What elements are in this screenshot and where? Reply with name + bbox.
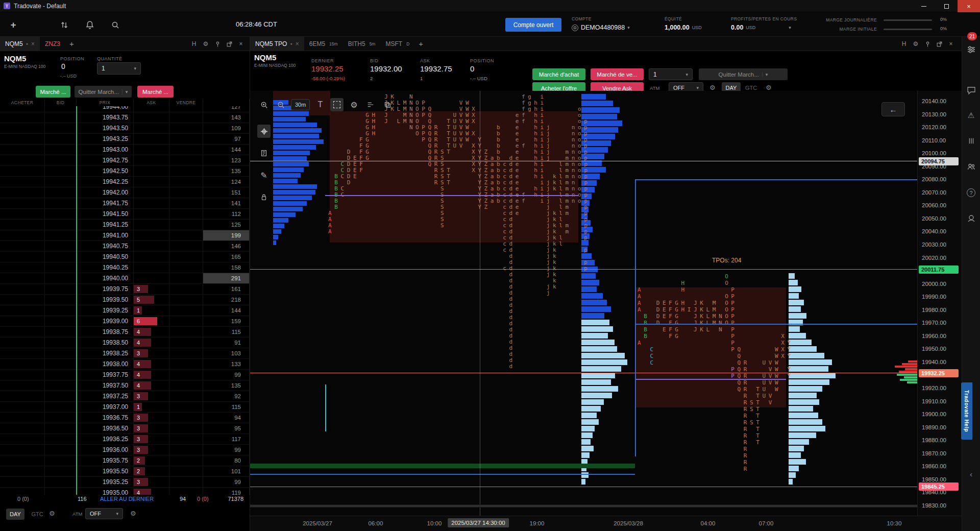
account-selector[interactable]: DEMO4480988 ▾	[572, 24, 630, 31]
bid-cell[interactable]	[45, 337, 77, 348]
ask-cell[interactable]: 3	[134, 423, 169, 433]
bid-cell[interactable]	[45, 402, 77, 412]
ask-cell[interactable]: 2	[134, 466, 169, 476]
sell-cell[interactable]	[169, 327, 203, 337]
sell-cell[interactable]	[169, 241, 203, 251]
buy-cell[interactable]	[0, 112, 45, 123]
bid-cell[interactable]	[45, 166, 77, 176]
go-to-last-button[interactable]: ALLER AU DERNIER	[100, 496, 154, 502]
buy-cell[interactable]	[0, 241, 45, 251]
ask-cell[interactable]: 1	[134, 305, 169, 316]
ask-cell[interactable]	[134, 106, 169, 112]
minimize-button[interactable]	[913, 0, 935, 12]
ask-cell[interactable]: 3	[134, 391, 169, 401]
buy-cell[interactable]	[0, 230, 45, 240]
buy-cell[interactable]	[0, 295, 45, 305]
tab-nqm5-dom[interactable]: NQM5 ● ×	[0, 37, 40, 51]
ask-cell[interactable]: 3	[134, 413, 169, 423]
horizontal-scrollbar[interactable]	[250, 504, 917, 508]
buy-market-button[interactable]: Marché d'achat	[532, 68, 585, 80]
bid-cell[interactable]	[45, 348, 77, 358]
atm-settings-gear-icon[interactable]: ⚙	[709, 84, 716, 91]
buy-cell[interactable]	[0, 337, 45, 348]
buy-cell[interactable]	[0, 284, 45, 294]
quantity-stepper[interactable]: 1 ▾	[649, 68, 693, 80]
buy-cell[interactable]	[0, 359, 45, 369]
sell-cell[interactable]	[169, 112, 203, 123]
sell-cell[interactable]	[169, 455, 203, 466]
pnl-value[interactable]: 0.00 USD ▾	[731, 24, 791, 31]
buy-cell[interactable]	[0, 477, 45, 487]
bid-cell[interactable]	[45, 295, 77, 305]
bid-cell[interactable]	[45, 434, 77, 444]
tab-msft[interactable]: MSFTD	[380, 37, 414, 51]
tab-znz3-dom[interactable]: ZNZ3	[40, 37, 65, 51]
buy-market-button[interactable]: Marché ...	[36, 86, 70, 98]
buy-cell[interactable]	[0, 187, 45, 198]
timeframe-selector[interactable]: 30m	[291, 99, 310, 110]
popout-icon[interactable]	[936, 41, 943, 47]
buy-cell[interactable]	[0, 423, 45, 433]
sell-cell[interactable]	[169, 337, 203, 348]
ask-cell[interactable]	[134, 187, 169, 198]
bid-cell[interactable]	[45, 177, 77, 187]
sell-cell[interactable]	[169, 123, 203, 133]
bid-cell[interactable]	[45, 284, 77, 294]
bid-cell[interactable]	[45, 370, 77, 380]
header-toggle-button[interactable]: H	[190, 40, 198, 47]
tab-close-icon[interactable]: ×	[31, 40, 35, 47]
ask-cell[interactable]: 4	[134, 337, 169, 348]
ask-cell[interactable]: 3	[134, 284, 169, 294]
tab-nqm5-tpo[interactable]: NQM5 TPO ● ×	[250, 37, 304, 51]
buy-cell[interactable]	[0, 348, 45, 358]
ask-cell[interactable]	[134, 209, 169, 219]
buy-cell[interactable]	[0, 144, 45, 155]
bid-cell[interactable]	[45, 359, 77, 369]
atm-select[interactable]: OFF ▾	[85, 508, 123, 519]
sell-cell[interactable]	[169, 402, 203, 412]
search-button[interactable]	[109, 19, 121, 31]
add-tab-button[interactable]: +	[65, 39, 78, 48]
buy-cell[interactable]	[0, 262, 45, 273]
buy-cell[interactable]	[0, 106, 45, 112]
community-button[interactable]	[962, 162, 980, 172]
sell-cell[interactable]	[169, 155, 203, 165]
ask-cell[interactable]	[134, 252, 169, 262]
ask-cell[interactable]	[134, 230, 169, 240]
account-open-button[interactable]: Compte ouvert	[505, 18, 561, 32]
ask-cell[interactable]	[134, 134, 169, 144]
buy-cell[interactable]	[0, 316, 45, 326]
notifications-button[interactable]	[84, 19, 96, 31]
add-tab-button[interactable]: +	[414, 39, 427, 48]
duplicate-button[interactable]	[381, 98, 394, 111]
day-order-toggle[interactable]: DAY	[6, 509, 24, 520]
sell-cell[interactable]	[169, 187, 203, 198]
bid-cell[interactable]	[45, 230, 77, 240]
help-button[interactable]: ?	[962, 188, 980, 197]
order-settings-gear-icon[interactable]: ⚙	[766, 84, 772, 91]
tab-close-icon[interactable]: ×	[296, 40, 299, 47]
sell-cell[interactable]	[169, 380, 203, 391]
buy-cell[interactable]	[0, 380, 45, 391]
sell-cell[interactable]	[169, 359, 203, 369]
sell-cell[interactable]	[169, 177, 203, 187]
sell-market-button[interactable]: Marché de ve...	[591, 68, 644, 80]
buy-cell[interactable]	[0, 413, 45, 423]
crosshair-tool-button[interactable]	[257, 125, 271, 138]
buy-cell[interactable]	[0, 455, 45, 466]
sell-cell[interactable]	[169, 466, 203, 476]
sell-cell[interactable]	[169, 348, 203, 358]
journal-tool-button[interactable]	[257, 147, 271, 160]
pin-icon[interactable]	[214, 41, 221, 47]
sell-cell[interactable]	[169, 134, 203, 144]
exit-strategy-button[interactable]: Quitter March... ▾	[75, 86, 132, 98]
chart-settings-button[interactable]: ⚙	[347, 98, 360, 111]
ask-cell[interactable]: 4	[134, 359, 169, 369]
time-axis[interactable]: 2025/03/2706:0010:002025/03/27 14:30:001…	[250, 516, 962, 531]
ask-cell[interactable]: 3	[134, 445, 169, 455]
sell-cell[interactable]	[169, 166, 203, 176]
exit-strategy-button[interactable]: Quitter March... ▾	[699, 68, 788, 80]
panel-close-icon[interactable]: ×	[237, 40, 244, 47]
sell-cell[interactable]	[169, 144, 203, 155]
ask-cell[interactable]: 5	[134, 295, 169, 305]
